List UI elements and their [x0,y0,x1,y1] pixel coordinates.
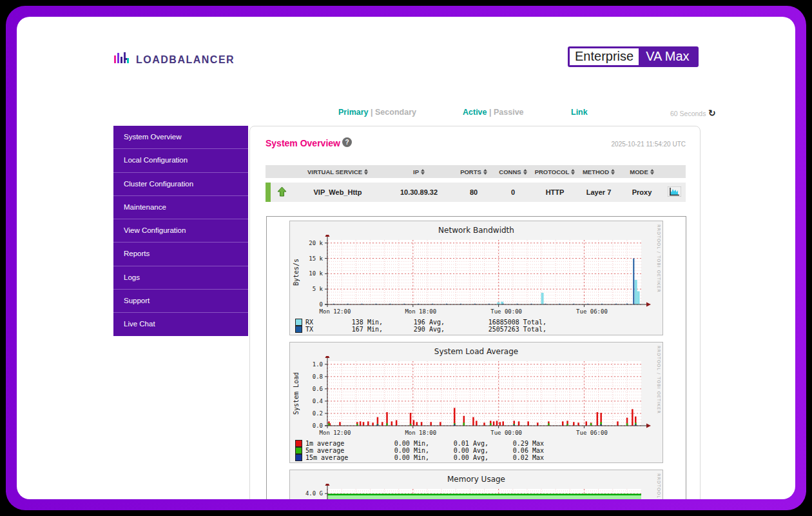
table-header-row: VIRTUAL SERVICE IP PORTS CONNS [266,165,686,178]
sidebar-item-view-configuration[interactable]: View Configuration [113,219,248,243]
loadbalancer-logo[interactable]: LOADBALANCER [113,50,235,70]
sort-icon [364,169,368,175]
sort-icon [571,169,575,175]
svg-text:Mon 18:00: Mon 18:00 [405,430,436,436]
cell-conns: 0 [492,188,534,196]
system-load-chart: System Load Average RRDTOOL / TOBI OETIK… [289,342,663,463]
app-window: LOADBALANCER Enterprise VA Max Primary |… [17,17,795,499]
product-badge: Enterprise VA Max [568,46,699,67]
svg-text:1.0: 1.0 [313,361,323,368]
svg-text:Tue 00:00: Tue 00:00 [490,308,522,315]
svg-text:Tue 00:00: Tue 00:00 [490,430,522,436]
legend-row: 15m average 0.00 Min, 0.00 Avg, 0.02 Max [295,454,662,461]
help-icon[interactable]: ? [342,137,352,147]
page-title: System Overview [266,138,340,148]
svg-text:Bytes/s: Bytes/s [293,259,300,286]
rrdtool-watermark: RRDTOOL / TOBI OETIKER [656,346,661,414]
column-header-ports[interactable]: PORTS [455,168,492,175]
role-separator: | [371,108,373,117]
sort-icon [421,169,425,175]
cell-ip: 10.30.89.32 [383,188,455,196]
sort-icon [611,169,615,175]
legend-swatch-tx [295,326,302,333]
status-bar: Primary | Secondary Active | Passive Lin… [17,108,795,122]
svg-text:Tue 06:00: Tue 06:00 [576,430,608,436]
secondary-role-link[interactable]: Secondary [375,108,416,117]
legend-swatch-rx [295,319,302,326]
svg-text:System Load: System Load [293,372,300,415]
column-header-virtual-service[interactable]: VIRTUAL SERVICE [293,168,383,175]
cell-virtual-service: VIP_Web_Http [293,188,383,196]
rrdtool-watermark: RRDTOOL / TOBI OETIKER [656,224,661,293]
sort-icon [523,169,527,175]
svg-text:0: 0 [320,301,323,308]
svg-text:0.4: 0.4 [313,398,323,404]
state-separator: | [489,108,492,117]
legend-row: RX 138 Min, 196 Avg, 16885008 Total, [295,319,662,326]
svg-text:20 k: 20 k [309,240,323,246]
link-status-link[interactable]: Link [571,108,588,117]
cell-protocol: HTTP [534,188,576,196]
svg-text:Tue 06:00: Tue 06:00 [576,308,608,315]
memory-usage-chart: Memory Usage RRDTOOL / TOBI OETIKER 4.0 … [289,470,663,499]
column-header-method[interactable]: METHOD [576,168,621,175]
sidebar-item-live-chat[interactable]: Live Chat [113,313,248,335]
svg-text:0.6: 0.6 [313,386,323,392]
svg-text:Mon 12:00: Mon 12:00 [320,308,351,315]
virtual-services-table: VIRTUAL SERVICE IP PORTS CONNS [266,165,686,202]
svg-text:4.0 G: 4.0 G [305,490,323,497]
primary-role-link[interactable]: Primary [338,108,369,117]
table-row: VIP_Web_Http 10.30.89.32 80 0 HTTP Layer… [266,183,686,202]
svg-text:0.2: 0.2 [313,410,323,417]
svg-text:0.8: 0.8 [313,373,323,380]
logo-wordmark: LOADBALANCER [136,54,235,66]
sort-icon [483,169,487,175]
column-header-conns[interactable]: CONNS [492,168,534,175]
rrdtool-watermark: RRDTOOL / TOBI OETIKER [656,473,661,499]
legend-swatch-15m [295,454,302,461]
column-header-ip[interactable]: IP [383,168,455,175]
logo-bars-icon [113,50,130,70]
column-header-mode[interactable]: MODE [621,168,662,175]
active-state-link[interactable]: Active [463,108,487,117]
legend-row: TX 167 Min, 290 Avg, 25057263 Total, [295,326,662,333]
svg-text:10 k: 10 k [309,270,323,277]
sidebar-item-logs[interactable]: Logs [113,266,248,290]
main-panel: System Overview ? 2025-10-21 11:54:20 UT… [249,126,701,499]
status-bar-indicator [266,183,271,202]
svg-text:Mon 12:00: Mon 12:00 [320,430,351,436]
timestamp: 2025-10-21 11:54:20 UTC [612,141,686,148]
sidebar-item-system-overview[interactable]: System Overview [113,126,248,149]
charts-container: Network Bandwidth RRDTOOL / TOBI OETIKER… [266,216,686,499]
badge-edition-label: VA Max [639,48,696,65]
chart-legend: 1m average 0.00 Min, 0.01 Avg, 0.29 Max … [295,440,662,461]
sidebar-item-cluster-configuration[interactable]: Cluster Configuration [113,173,248,196]
sidebar-item-maintenance[interactable]: Maintenance [113,196,248,219]
cell-method: Layer 7 [576,188,621,196]
passive-state-link[interactable]: Passive [494,108,524,117]
svg-text:15 k: 15 k [309,255,323,262]
svg-text:5 k: 5 k [313,286,324,292]
legend-row: 5m average 0.00 Min, 0.00 Avg, 0.06 Max [295,447,662,454]
chart-legend: RX 138 Min, 196 Avg, 16885008 Total, TX … [295,319,662,333]
refresh-interval-label: 60 Seconds [670,110,706,117]
legend-row: 1m average 0.00 Min, 0.01 Avg, 0.29 Max [295,440,662,447]
cell-mode: Proxy [621,188,662,196]
sidebar-item-local-configuration[interactable]: Local Configuration [113,149,248,172]
refresh-icon[interactable]: ↻ [708,108,716,118]
column-header-protocol[interactable]: PROTOCOL [534,168,576,175]
sidebar-nav: System Overview Local Configuration Clus… [113,126,248,336]
chart-title: System Load Average [290,342,662,356]
sidebar-item-reports[interactable]: Reports [113,243,248,266]
svg-text:0.0: 0.0 [313,422,323,429]
sort-icon [650,169,654,175]
status-up-icon [271,186,293,198]
outer-frame: LOADBALANCER Enterprise VA Max Primary |… [6,6,806,510]
legend-swatch-5m [295,447,302,454]
network-bandwidth-chart: Network Bandwidth RRDTOOL / TOBI OETIKER… [289,221,663,335]
cell-ports: 80 [455,188,492,196]
graph-icon[interactable] [662,186,686,198]
svg-text:Mon 18:00: Mon 18:00 [405,308,436,315]
sidebar-item-support[interactable]: Support [113,290,248,313]
chart-title: Network Bandwidth [290,221,662,235]
